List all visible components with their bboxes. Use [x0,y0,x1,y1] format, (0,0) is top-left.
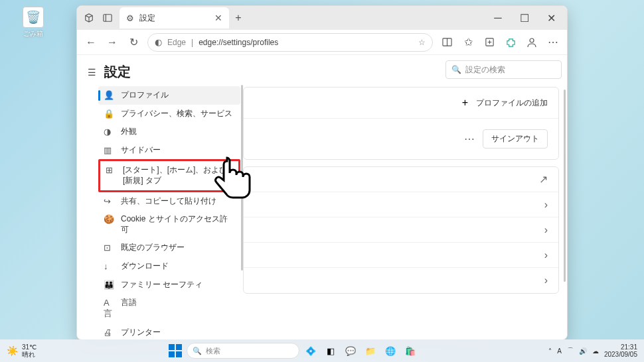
sidebar-item-label: プロファイル [121,90,169,101]
vertical-tabs-icon[interactable] [98,9,117,27]
weather-widget[interactable]: ☀️ 31℃ 晴れ [7,343,37,358]
weather-label: 晴れ [22,351,37,358]
cookie-icon: 🍪 [104,214,114,224]
refresh-button[interactable]: ↻ [123,32,143,52]
sidebar-item-cookie[interactable]: 🍪Cookie とサイトのアクセス許可 [98,210,240,239]
settings-search-input[interactable]: 🔍 設定の検索 [445,60,562,79]
list-row[interactable]: ↗ [244,167,558,192]
new-tab-button[interactable]: + [229,9,248,27]
family-icon: 👪 [104,280,114,290]
hamburger-icon[interactable]: ☰ [88,67,96,78]
search-icon: 🔍 [451,65,461,74]
printer-icon: 🖨 [104,328,114,337]
search-icon: 🔍 [193,347,202,355]
signout-button[interactable]: サインアウト [483,129,548,149]
cloud-icon[interactable]: ☁ [592,347,599,355]
task-view-icon[interactable]: ◧ [322,342,339,359]
forward-button[interactable]: → [102,32,122,52]
split-screen-icon[interactable] [437,32,457,52]
taskbar-search[interactable]: 🔍 検索 [187,343,299,359]
sidebar-item-label: ダウンロード [121,261,169,272]
maximize-button[interactable]: ☐ [511,7,538,29]
start-button[interactable] [167,342,184,359]
download-icon: ↓ [104,261,114,271]
more-icon[interactable]: ⋯ [464,133,476,145]
url-text: edge://settings/profiles [199,38,278,47]
address-bar[interactable]: ◐ Edge | edge://settings/profiles ☆ [147,33,433,52]
user-icon: 👤 [104,90,114,100]
sidebar-item-user[interactable]: 👤プロファイル [98,86,240,105]
back-button[interactable]: ← [81,32,101,52]
volume-icon[interactable]: 🔊 [579,347,587,355]
list-row[interactable]: › [244,268,558,293]
addressbar-row: ← → ↻ ◐ Edge | edge://settings/profiles … [77,30,567,55]
add-profile-button[interactable]: プロファイルの追加 [476,97,548,109]
list-row[interactable]: › [244,217,558,243]
desktop-recycle-bin[interactable]: 🗑️ ごみ箱 [17,7,50,38]
sidebar-item-tab[interactable]: ⊞[スタート]、[ホーム]、および [新規] タブ [98,159,240,192]
browser-tab[interactable]: ⚙ 設定 ✕ [120,7,229,29]
search-placeholder: 設定の検索 [465,64,505,76]
browser-icon: ⊡ [104,243,114,253]
close-window-button[interactable]: ✕ [538,7,564,29]
sidebar-item-sidebar[interactable]: ▥サイドバー [98,141,240,160]
clock[interactable]: 21:31 2023/09/05 [604,343,637,358]
taskbar: ☀️ 31℃ 晴れ 🔍 検索 💠 ◧ 💬 📁 🌐 🛍️ ˄ A ⌒ 🔊 ☁ [0,339,644,362]
sidebar-item-label: サイドバー [121,145,161,156]
sun-icon: ☀️ [7,345,18,356]
sidebar-item-label: 共有、コピーして貼り付け [121,196,216,207]
tab-title: 設定 [139,13,209,24]
settings-list: ↗ › › › › [243,166,559,294]
svg-point-7 [530,38,534,42]
titlebar: ⚙ 設定 ✕ + ─ ☐ ✕ [77,6,567,30]
sidebar-item-download[interactable]: ↓ダウンロード [98,257,240,276]
menu-icon[interactable]: ⋯ [543,32,563,52]
list-row[interactable]: › [244,192,558,217]
svg-rect-0 [104,15,112,22]
chevron-right-icon: › [544,224,548,236]
extensions-icon[interactable] [501,32,521,52]
edge-taskbar-icon[interactable]: 🌐 [382,342,399,359]
sidebar-icon: ▥ [104,145,114,155]
sidebar-item-browser[interactable]: ⊡既定のブラウザー [98,239,240,257]
plus-icon: + [462,97,468,109]
recycle-bin-icon: 🗑️ [23,7,44,28]
edge-icon: ◐ [155,37,162,47]
list-row[interactable]: › [244,243,558,268]
sidebar-item-label: 言語 [121,298,137,308]
explorer-icon[interactable]: 📁 [362,342,379,359]
lang-icon: A言 [104,298,114,320]
gear-icon: ⚙ [126,13,134,23]
favorites-icon[interactable]: ✩ [458,32,478,52]
sidebar-item-appearance[interactable]: ◑外観 [98,123,240,141]
sidebar-item-label: プリンター [121,328,161,338]
collections-icon[interactable] [479,32,499,52]
favorite-icon[interactable]: ☆ [418,38,426,47]
chevron-right-icon: › [544,274,548,286]
content-scrollbar[interactable] [564,90,566,282]
sidebar-item-family[interactable]: 👪ファミリー セーフティ [98,276,240,294]
close-icon[interactable]: ✕ [214,13,222,23]
settings-header: ☰ 設定 [77,55,243,81]
sidebar-item-lang[interactable]: A言言語 [98,294,240,324]
minimize-button[interactable]: ─ [485,7,511,29]
sidebar-item-lock[interactable]: 🔒プライバシー、検索、サービス [98,105,240,123]
chat-icon[interactable]: 💬 [342,342,359,359]
browser-window: ⚙ 設定 ✕ + ─ ☐ ✕ ← → ↻ ◐ Edge | edge://set… [76,5,568,340]
chevron-right-icon: › [544,249,548,261]
page-title: 設定 [104,63,131,81]
ime-icon[interactable]: A [557,347,562,355]
tray-chevron-icon[interactable]: ˄ [548,347,552,355]
date-text: 2023/09/05 [604,351,637,358]
temperature: 31℃ [22,343,37,351]
sidebar-item-share[interactable]: ↪共有、コピーして貼り付け [98,192,240,211]
copilot-icon[interactable]: 💠 [302,342,319,359]
lock-icon: 🔒 [104,109,114,119]
store-icon[interactable]: 🛍️ [402,342,419,359]
tab-actions-icon[interactable] [80,9,98,27]
profile-icon[interactable] [522,32,542,52]
time-text: 21:31 [604,343,637,351]
wifi-icon[interactable]: ⌒ [567,346,574,355]
tab-icon: ⊞ [106,165,116,175]
sidebar-item-printer[interactable]: 🖨プリンター [98,324,240,339]
